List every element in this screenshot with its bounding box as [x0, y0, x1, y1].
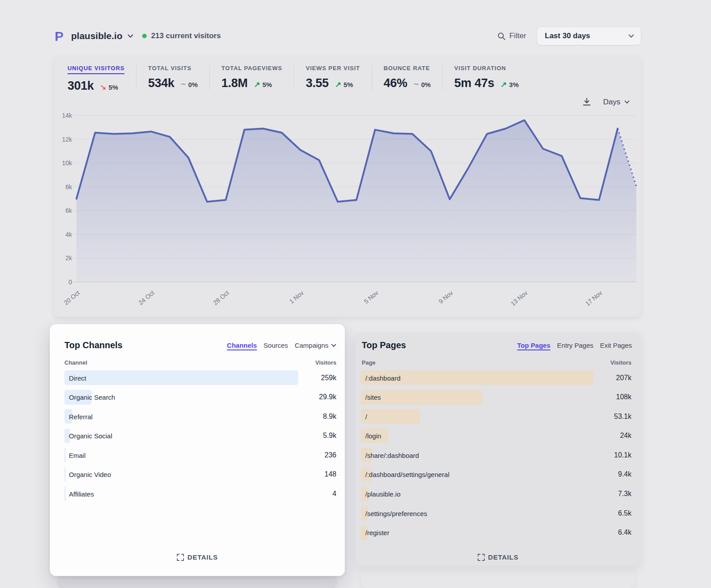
row-value: 207k	[616, 374, 631, 382]
row-value: 53.1k	[614, 413, 631, 421]
table-row[interactable]: /sites 108k	[361, 390, 631, 405]
trend-arrow-icon: ↗	[500, 80, 507, 89]
table-row[interactable]: Organic Social 5.9k	[64, 429, 336, 443]
x-axis-tick: 17 Nov	[574, 289, 603, 316]
stat-change: 0%	[421, 81, 431, 88]
tab-campaigns[interactable]: Campaigns	[295, 342, 336, 349]
stat-unique-visitors[interactable]: UNIQUE VISITORS 301k ↘ 5%	[54, 65, 136, 93]
table-row[interactable]: /share/:dashboard 10.1k	[361, 448, 631, 462]
row-value: 6.5k	[618, 509, 631, 517]
site-switcher[interactable]: P plausible.io	[54, 26, 133, 46]
row-value: 108k	[616, 393, 631, 401]
download-button[interactable]	[582, 97, 591, 107]
plausible-dashboard: P plausible.io 213 current visitors Filt…	[0, 0, 711, 588]
stat-visit-duration[interactable]: VISIT DURATION 5m 47s ↗ 3%	[442, 65, 530, 90]
pages-list: /:dashboard 207k /sites 108k / 53.1k /lo…	[361, 370, 631, 544]
tab-sources[interactable]: Sources	[264, 342, 288, 349]
table-row[interactable]: /:dashboard/settings/general 9.4k	[361, 467, 631, 482]
row-bar	[64, 487, 66, 501]
row-bar	[64, 467, 66, 482]
x-axis-tick: 1 Nov	[275, 289, 305, 316]
trend-arrow-icon: ↗	[254, 80, 260, 89]
table-row[interactable]: Direct 259k	[64, 370, 336, 385]
row-label: Organic Social	[69, 432, 112, 440]
row-label: Organic Video	[69, 471, 111, 478]
stat-change: 3%	[509, 81, 519, 88]
row-bar	[361, 409, 420, 424]
row-value: 259k	[321, 374, 336, 382]
table-row[interactable]: /:dashboard 207k	[361, 370, 631, 385]
column-header-key: Page	[362, 359, 375, 366]
x-axis-tick: 13 Nov	[499, 289, 529, 316]
x-axis-tick: 9 Nov	[424, 289, 454, 316]
x-axis-tick: 20 Oct	[51, 289, 81, 316]
stat-change: 5%	[262, 81, 272, 88]
row-label: /login	[365, 432, 381, 440]
date-range-dropdown[interactable]: Last 30 days	[537, 27, 641, 45]
table-row[interactable]: Email 236	[64, 448, 336, 462]
row-label: Direct	[69, 374, 86, 381]
panel-title: Top Pages	[362, 340, 406, 350]
stat-views-per-visit[interactable]: VIEWS PER VISIT 3.55 ↗ 5%	[294, 65, 371, 90]
table-row[interactable]: /login 24k	[361, 429, 631, 443]
tab-channels[interactable]: Channels	[227, 342, 257, 349]
stat-value: 3.55	[306, 76, 328, 90]
stat-label: VIEWS PER VISIT	[306, 65, 360, 72]
trend-arrow-icon: ↘	[100, 83, 106, 92]
stat-bounce-rate[interactable]: BOUNCE RATE 46% ~ 0%	[371, 65, 442, 90]
tab-top-pages[interactable]: Top Pages	[517, 342, 551, 349]
table-row[interactable]: /register 6.4k	[361, 525, 631, 540]
channels-tab-bar: Channels Sources Campaigns	[227, 342, 336, 349]
table-row[interactable]: /plausible.io 7.3k	[361, 487, 631, 501]
stacked-card-edge	[361, 568, 635, 588]
current-visitors[interactable]: 213 current visitors	[142, 26, 221, 46]
table-row[interactable]: /settings/preferences 6.5k	[361, 506, 631, 520]
expand-corners-icon	[477, 554, 484, 561]
row-value: 10.1k	[614, 451, 631, 459]
table-row[interactable]: / 53.1k	[361, 409, 631, 424]
plausible-logo-icon: P	[54, 29, 66, 43]
table-row[interactable]: Affiliates 4	[64, 487, 336, 501]
filter-button[interactable]: Filter	[497, 32, 526, 40]
stat-total-pageviews[interactable]: TOTAL PAGEVIEWS 1.8M ↗ 5%	[209, 65, 294, 90]
y-axis-tick: 12k	[53, 136, 72, 143]
channels-details-button[interactable]: DETAILS	[177, 553, 218, 561]
pages-details-button[interactable]: DETAILS	[477, 553, 518, 561]
y-axis-tick: 2k	[53, 254, 72, 262]
stat-label: BOUNCE RATE	[383, 65, 430, 72]
pages-tab-bar: Top Pages Entry Pages Exit Pages	[517, 342, 632, 349]
row-label: /:dashboard/settings/general	[365, 471, 449, 478]
row-value: 9.4k	[618, 470, 631, 478]
column-header-value: Visitors	[611, 359, 631, 366]
interval-dropdown[interactable]: Days	[603, 98, 630, 107]
stats-row: UNIQUE VISITORS 301k ↘ 5% TOTAL VISITS 5…	[54, 65, 530, 93]
row-value: 7.3k	[618, 490, 631, 498]
row-bar	[64, 370, 298, 385]
filter-label: Filter	[509, 32, 526, 40]
y-axis-tick: 8k	[53, 183, 72, 191]
stat-change: 5%	[108, 83, 118, 91]
stat-total-visits[interactable]: TOTAL VISITS 534k ~ 0%	[136, 65, 209, 90]
row-value: 236	[324, 451, 336, 459]
row-label: /:dashboard	[365, 374, 400, 381]
tab-exit-pages[interactable]: Exit Pages	[600, 342, 632, 349]
column-header-key: Channel	[64, 359, 87, 366]
table-row[interactable]: Organic Search 29.9k	[64, 390, 336, 405]
row-label: Email	[69, 451, 86, 459]
stat-label: VISIT DURATION	[454, 65, 506, 72]
column-header-value: Visitors	[316, 359, 336, 366]
tab-entry-pages[interactable]: Entry Pages	[557, 342, 594, 349]
row-label: /settings/preferences	[365, 509, 427, 517]
stat-value: 46%	[383, 76, 407, 90]
stat-value: 1.8M	[221, 76, 248, 90]
table-row[interactable]: Organic Video 148	[64, 467, 336, 482]
table-row[interactable]: Referral 8.9k	[64, 409, 336, 424]
visitors-area-chart[interactable]: 02k4k6k8k10k12k14k20 Oct24 Oct28 Oct1 No…	[76, 115, 636, 282]
row-value: 5.9k	[323, 432, 336, 440]
row-label: /share/:dashboard	[365, 451, 419, 459]
top-channels-panel: Top Channels Channels Sources Campaigns …	[50, 324, 345, 576]
search-icon	[497, 32, 506, 40]
interval-label: Days	[603, 98, 620, 107]
live-dot-icon	[142, 34, 147, 38]
y-axis-tick: 0	[53, 278, 72, 286]
